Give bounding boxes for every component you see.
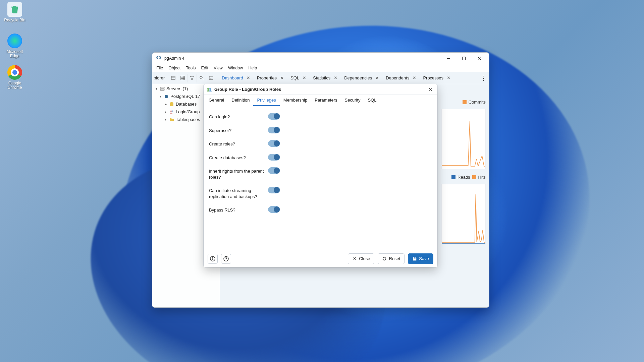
titlebar[interactable]: pgAdmin 4	[152, 53, 489, 64]
dialog-titlebar[interactable]: Group Role - Login/Group Roles ✕	[204, 84, 437, 95]
toggle-create-databases[interactable]	[268, 154, 280, 161]
privilege-label: Create roles?	[209, 140, 268, 147]
main-tabs: Dashboard✕ Properties✕ SQL✕ Statistics✕ …	[219, 73, 480, 82]
tab-statistics[interactable]: Statistics✕	[310, 73, 341, 82]
chart-legend-reads-hits: Reads Hits	[451, 175, 486, 180]
overflow-menu-icon[interactable]: ⋮	[480, 74, 489, 82]
database-icon	[169, 102, 174, 107]
chevron-down-icon[interactable]: ▾	[154, 87, 158, 90]
tab-close-icon[interactable]: ✕	[411, 75, 418, 80]
privilege-label: Superuser?	[209, 127, 268, 134]
privilege-row: Can login?	[209, 110, 432, 123]
tab-dependencies[interactable]: Dependencies✕	[341, 73, 383, 82]
dialog-tab-definition[interactable]: Definition	[228, 95, 253, 106]
dialog-tab-privileges[interactable]: Privileges	[253, 95, 279, 106]
roles-icon	[169, 109, 174, 115]
toolbar-buttons	[167, 74, 217, 82]
toolbar-filter-icon[interactable]	[187, 74, 197, 82]
svg-rect-15	[212, 258, 213, 260]
menu-view[interactable]: View	[211, 65, 225, 71]
toolbar-search-icon[interactable]	[197, 74, 206, 82]
menu-window[interactable]: Window	[225, 65, 246, 71]
privilege-label: Can initiate streaming replication and b…	[209, 187, 268, 199]
tab-dependents[interactable]: Dependents✕	[383, 73, 420, 82]
toggle-superuser[interactable]	[268, 127, 280, 133]
svg-rect-3	[181, 76, 184, 80]
toggle-can-login[interactable]	[268, 113, 280, 120]
svg-rect-0	[447, 58, 450, 59]
tab-properties[interactable]: Properties✕	[254, 73, 288, 82]
toggle-bypass-rls[interactable]	[268, 206, 280, 213]
toggle-streaming-replication[interactable]	[268, 187, 280, 193]
save-button[interactable]: Save	[408, 253, 433, 264]
dialog-tab-sql[interactable]: SQL	[364, 95, 380, 106]
chart-commits	[441, 109, 486, 169]
menu-file[interactable]: File	[154, 65, 166, 71]
close-button[interactable]: ✕ Close	[348, 253, 374, 264]
window-close-button[interactable]	[472, 53, 487, 63]
dialog-tab-membership[interactable]: Membership	[280, 95, 311, 106]
svg-point-4	[200, 76, 203, 79]
chevron-right-icon[interactable]: ▸	[164, 102, 168, 106]
save-icon	[412, 256, 417, 261]
desktop-icons: Recycle Bin Microsoft Edge Google Chrome	[2, 2, 28, 97]
svg-rect-1	[463, 57, 466, 60]
reset-button[interactable]: Reset	[378, 253, 405, 264]
info-button[interactable]	[208, 254, 218, 264]
tab-dashboard[interactable]: Dashboard✕	[219, 73, 254, 82]
tab-close-icon[interactable]: ✕	[332, 75, 339, 80]
legend-swatch-orange	[463, 100, 467, 104]
dialog-tabs: General Definition Privileges Membership…	[204, 95, 437, 106]
toggle-inherit-rights[interactable]	[268, 167, 280, 174]
tab-close-icon[interactable]: ✕	[245, 75, 252, 80]
desktop-icon-chrome[interactable]: Google Chrome	[2, 65, 28, 97]
menu-tools[interactable]: Tools	[183, 65, 198, 71]
chevron-right-icon[interactable]: ▸	[164, 118, 168, 121]
edge-icon	[7, 34, 22, 48]
toggle-create-roles[interactable]	[268, 140, 280, 147]
chevron-right-icon[interactable]: ▸	[164, 110, 168, 114]
privilege-row: Create roles?	[209, 137, 432, 150]
group-role-icon	[206, 86, 212, 93]
desktop-icon-label: Microsoft Edge	[2, 50, 28, 58]
tab-close-icon[interactable]: ✕	[374, 75, 380, 80]
dialog-tab-parameters[interactable]: Parameters	[311, 95, 341, 106]
toolbar-view-data-icon[interactable]	[178, 74, 187, 82]
tab-processes[interactable]: Processes✕	[420, 73, 454, 82]
dialog-tab-security[interactable]: Security	[341, 95, 364, 106]
tab-close-icon[interactable]: ✕	[279, 75, 285, 80]
tab-close-icon[interactable]: ✕	[301, 75, 308, 80]
svg-rect-2	[171, 76, 175, 79]
desktop-icon-label: Google Chrome	[2, 81, 28, 90]
window-minimize-button[interactable]	[441, 53, 456, 63]
svg-rect-6	[160, 87, 164, 88]
privilege-row: Create databases?	[209, 150, 432, 164]
privilege-label: Create databases?	[209, 154, 268, 161]
menubar: File Object Tools Edit View Window Help	[152, 64, 489, 72]
legend-swatch-orange	[472, 175, 476, 179]
privilege-label: Can login?	[209, 113, 268, 120]
privilege-row: Can initiate streaming replication and b…	[209, 183, 432, 203]
menu-edit[interactable]: Edit	[198, 65, 211, 71]
toolbar-psql-icon[interactable]	[206, 74, 216, 82]
svg-rect-7	[160, 89, 164, 90]
help-button[interactable]: ?	[221, 254, 231, 264]
chrome-icon	[7, 65, 22, 80]
desktop-icon-edge[interactable]: Microsoft Edge	[2, 34, 28, 65]
tab-close-icon[interactable]: ✕	[445, 75, 452, 80]
dialog-close-button[interactable]: ✕	[426, 85, 435, 94]
chevron-down-icon[interactable]: ▾	[158, 95, 162, 98]
explorer-label-fragment: plorer	[152, 75, 167, 80]
desktop-icon-label: Recycle Bin	[4, 18, 25, 22]
dialog-tab-general[interactable]: General	[205, 95, 228, 106]
svg-point-12	[207, 88, 209, 90]
menu-help[interactable]: Help	[246, 65, 260, 71]
tab-sql[interactable]: SQL✕	[288, 73, 310, 82]
desktop-icon-recycle-bin[interactable]: Recycle Bin	[2, 2, 28, 34]
menu-object[interactable]: Object	[166, 65, 183, 71]
elephant-icon	[164, 94, 169, 99]
chart-legend-commits: Commits	[463, 100, 486, 105]
window-maximize-button[interactable]	[456, 53, 472, 63]
svg-text:?: ?	[225, 257, 227, 260]
toolbar-query-tool-icon[interactable]	[169, 74, 178, 82]
